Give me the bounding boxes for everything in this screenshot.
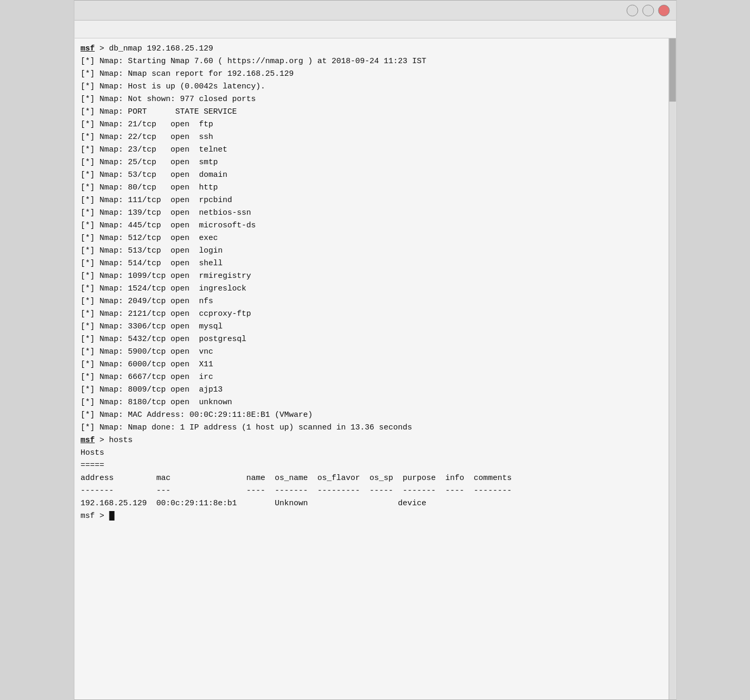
terminal-line: msf > hosts <box>81 434 661 447</box>
menu-file[interactable] <box>78 27 85 32</box>
terminal-line: [*] Nmap: 445/tcp open microsoft-ds <box>81 219 661 232</box>
terminal-line: [*] Nmap: 6667/tcp open irc <box>81 371 661 384</box>
terminal-line: [*] Nmap: 8180/tcp open unknown <box>81 396 661 409</box>
terminal-line: ------- --- ---- ------- --------- -----… <box>81 485 661 497</box>
terminal-line: [*] Nmap: 514/tcp open shell <box>81 257 661 270</box>
terminal-line: [*] Nmap: 139/tcp open netbios-ssn <box>81 207 661 219</box>
terminal-line: [*] Nmap: 8009/tcp open ajp13 <box>81 384 661 396</box>
terminal-line: msf > <box>81 510 661 523</box>
terminal-line: [*] Nmap: 53/tcp open domain <box>81 169 661 182</box>
menu-search[interactable] <box>129 27 135 32</box>
menu-terminal[interactable] <box>146 27 152 32</box>
terminal-line: [*] Nmap: 80/tcp open http <box>81 182 661 194</box>
terminal-line: [*] Nmap: 513/tcp open login <box>81 245 661 257</box>
terminal-line: [*] Nmap: 5900/tcp open vnc <box>81 346 661 358</box>
terminal-line: [*] Nmap: Not shown: 977 closed ports <box>81 93 661 106</box>
terminal-line: [*] Nmap: Nmap done: 1 IP address (1 hos… <box>81 422 661 434</box>
terminal-line: [*] Nmap: 1099/tcp open rmiregistry <box>81 270 661 283</box>
terminal-line: msf > db_nmap 192.168.25.129 <box>81 43 661 55</box>
terminal-line: [*] Nmap: Host is up (0.0042s latency). <box>81 81 661 93</box>
terminal-line: [*] Nmap: 6000/tcp open X11 <box>81 358 661 371</box>
terminal-window: msf > db_nmap 192.168.25.129[*] Nmap: St… <box>74 0 676 700</box>
terminal-line: [*] Nmap: 111/tcp open rpcbind <box>81 194 661 207</box>
terminal-line: Hosts <box>81 447 661 459</box>
terminal-line: [*] Nmap: Starting Nmap 7.60 ( https://n… <box>81 55 661 68</box>
maximize-button[interactable] <box>642 5 654 16</box>
scrollbar-thumb[interactable] <box>669 38 676 102</box>
window-controls <box>626 5 669 16</box>
terminal-line: [*] Nmap: 25/tcp open smtp <box>81 156 661 169</box>
terminal-line: [*] Nmap: 3306/tcp open mysql <box>81 321 661 333</box>
terminal-line: [*] Nmap: 21/tcp open ftp <box>81 118 661 131</box>
menu-edit[interactable] <box>95 27 102 32</box>
terminal-line: [*] Nmap: 2049/tcp open nfs <box>81 295 661 308</box>
menu-view[interactable] <box>112 27 118 32</box>
terminal-line: [*] Nmap: 2121/tcp open ccproxy-ftp <box>81 308 661 321</box>
prompt-text: msf > <box>81 512 109 521</box>
close-button[interactable] <box>658 5 669 16</box>
scrollbar[interactable] <box>668 38 676 699</box>
terminal-line: [*] Nmap: Nmap scan report for 192.168.2… <box>81 68 661 81</box>
terminal-line: [*] Nmap: 23/tcp open telnet <box>81 144 661 156</box>
terminal-line: [*] Nmap: 512/tcp open exec <box>81 232 661 245</box>
terminal-line: address mac name os_name os_flavor os_sp… <box>81 472 661 485</box>
title-bar <box>74 1 676 21</box>
terminal-line: 192.168.25.129 00:0c:29:11:8e:b1 Unknown… <box>81 497 661 510</box>
cursor <box>109 511 114 521</box>
menu-bar <box>74 21 676 38</box>
terminal-line: ===== <box>81 459 661 472</box>
terminal-output[interactable]: msf > db_nmap 192.168.25.129[*] Nmap: St… <box>74 38 676 699</box>
terminal-line: [*] Nmap: 22/tcp open ssh <box>81 131 661 144</box>
terminal-line: [*] Nmap: 5432/tcp open postgresql <box>81 333 661 346</box>
minimize-button[interactable] <box>626 5 638 16</box>
terminal-line: [*] Nmap: PORT STATE SERVICE <box>81 106 661 118</box>
menu-help[interactable] <box>163 27 169 32</box>
terminal-line: [*] Nmap: 1524/tcp open ingreslock <box>81 283 661 295</box>
terminal-line: [*] Nmap: MAC Address: 00:0C:29:11:8E:B1… <box>81 409 661 422</box>
